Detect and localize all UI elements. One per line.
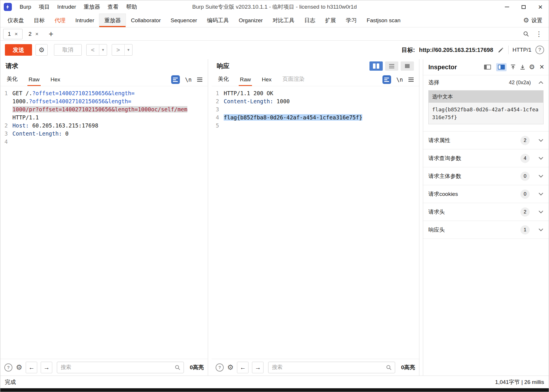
- forward-arrow-icon[interactable]: >: [112, 44, 125, 55]
- close-button[interactable]: ×: [532, 0, 549, 14]
- forward-history-button[interactable]: > ▼: [112, 44, 132, 56]
- section-query-params[interactable]: 请求查询参数 4: [423, 149, 549, 167]
- menu-project[interactable]: 项目: [35, 3, 53, 11]
- search-icon[interactable]: [523, 31, 529, 37]
- response-search-bar: ? ⚙ ← → 0高亮: [212, 359, 419, 376]
- tab-extensions[interactable]: 扩展: [320, 14, 341, 27]
- selected-text-value[interactable]: flag{b852fba8-0d26-42af-a454-1cfea316e75…: [429, 103, 543, 124]
- section-request-attributes[interactable]: 请求属性 2: [423, 131, 549, 149]
- rows-layout-button[interactable]: [385, 61, 398, 71]
- menu-repeater[interactable]: 重放器: [80, 3, 104, 11]
- tab-decoder[interactable]: 编码工具: [202, 14, 234, 27]
- line-content: HTTP/1.1 200 OK: [224, 89, 419, 97]
- chevron-down-icon: [538, 157, 544, 160]
- prettify-icon[interactable]: [171, 75, 180, 84]
- section-request-headers[interactable]: 请求头 2: [423, 203, 549, 221]
- close-tab-icon[interactable]: ×: [35, 31, 38, 37]
- back-arrow-icon[interactable]: <: [87, 44, 99, 55]
- tab-intruder[interactable]: Intruder: [70, 14, 99, 27]
- response-search-input[interactable]: [268, 362, 395, 373]
- repeater-tab-1[interactable]: 1 ×: [3, 29, 23, 39]
- tab-organizer[interactable]: Organizer: [234, 14, 268, 27]
- request-editor[interactable]: 1 GET /.?offset=140027102150656&length= …: [0, 86, 208, 359]
- tab-target[interactable]: 目标: [29, 14, 50, 27]
- back-dropdown-icon[interactable]: ▼: [99, 44, 107, 55]
- tab-raw[interactable]: Raw: [27, 76, 41, 86]
- panel-divider[interactable]: [208, 59, 212, 376]
- forward-dropdown-icon[interactable]: ▼: [125, 44, 132, 55]
- show-newlines-toggle[interactable]: \n: [396, 76, 403, 83]
- tab-hex[interactable]: Hex: [49, 76, 61, 86]
- close-tab-icon[interactable]: ×: [15, 31, 18, 37]
- maximize-button[interactable]: [515, 0, 532, 14]
- gear-icon: ⚙: [523, 17, 529, 24]
- send-settings-button[interactable]: ⚙: [36, 44, 48, 56]
- tab-collaborator[interactable]: Collaborator: [126, 14, 166, 27]
- repeater-tab-2[interactable]: 2 ×: [24, 29, 43, 39]
- tab-dashboard[interactable]: 仪表盘: [3, 14, 29, 27]
- cancel-button[interactable]: 取消: [54, 44, 82, 56]
- tab-pretty[interactable]: 美化: [217, 75, 230, 86]
- help-icon[interactable]: ?: [216, 363, 224, 372]
- help-icon[interactable]: ?: [535, 46, 544, 54]
- menu-burp[interactable]: Burp: [16, 4, 35, 10]
- gear-icon[interactable]: ⚙: [16, 364, 22, 371]
- next-match-button[interactable]: →: [41, 362, 52, 373]
- tab-raw[interactable]: Raw: [239, 76, 252, 86]
- tab-logger[interactable]: 日志: [299, 14, 320, 27]
- prev-match-button[interactable]: ←: [26, 362, 37, 373]
- menu-help[interactable]: 帮助: [122, 3, 141, 11]
- panel-divider[interactable]: [419, 59, 423, 376]
- send-button[interactable]: 发送: [5, 44, 32, 56]
- dock-left-button[interactable]: [482, 63, 493, 71]
- close-icon: ×: [538, 3, 542, 11]
- close-inspector-icon[interactable]: ×: [539, 63, 544, 71]
- response-editor[interactable]: 1 HTTP/1.1 200 OK 2 Content-Length: 1000…: [212, 86, 419, 359]
- hamburger-menu-icon[interactable]: [197, 77, 203, 82]
- tab-fastjson-scan[interactable]: Fastjson scan: [362, 14, 405, 27]
- edit-target-icon[interactable]: [497, 46, 504, 53]
- gear-icon[interactable]: ⚙: [227, 364, 234, 371]
- section-cookies[interactable]: 请求cookies 0: [423, 185, 549, 203]
- section-response-headers[interactable]: 响应头 1: [423, 221, 549, 239]
- hamburger-menu-icon[interactable]: [408, 77, 414, 82]
- add-tab-button[interactable]: +: [44, 30, 57, 38]
- expand-all-icon[interactable]: [520, 64, 526, 70]
- minimize-button[interactable]: [498, 0, 515, 14]
- tab-learn[interactable]: 学习: [341, 14, 362, 27]
- tab-comparer[interactable]: 对比工具: [268, 14, 299, 27]
- show-newlines-toggle[interactable]: \n: [185, 76, 192, 83]
- tab-repeater[interactable]: 重放器: [99, 14, 126, 27]
- section-body-params[interactable]: 请求主体参数 0: [423, 167, 549, 185]
- line-number: 1: [0, 89, 12, 121]
- line-content: [224, 121, 419, 130]
- menu-view[interactable]: 查看: [104, 3, 122, 11]
- response-title: 响应: [217, 62, 229, 70]
- next-match-button[interactable]: →: [252, 362, 264, 373]
- prettify-icon[interactable]: [382, 75, 391, 84]
- tab-pretty[interactable]: 美化: [5, 75, 19, 86]
- tab-proxy[interactable]: 代理: [50, 14, 70, 27]
- tab-hex[interactable]: Hex: [261, 76, 273, 86]
- kebab-menu-icon[interactable]: ⋮: [535, 31, 542, 37]
- selection-section-header[interactable]: 选择 42 (0x2a): [423, 75, 549, 90]
- prev-match-button[interactable]: ←: [237, 362, 249, 373]
- request-search-input[interactable]: [57, 362, 184, 373]
- collapse-all-icon[interactable]: [510, 64, 516, 70]
- tab-label: Intruder: [75, 17, 94, 24]
- tab-label: 日志: [304, 17, 315, 24]
- menu-intruder[interactable]: Intruder: [53, 4, 80, 10]
- columns-layout-button[interactable]: [369, 61, 383, 71]
- settings-button[interactable]: ⚙ 设置: [523, 14, 549, 27]
- burp-window: Burp 项目 Intruder 重放器 查看 帮助 Burp Suite专业版…: [0, 0, 549, 392]
- back-history-button[interactable]: < ▼: [86, 44, 107, 56]
- http-version[interactable]: HTTP/1: [513, 47, 531, 53]
- tab-render[interactable]: 页面渲染: [281, 75, 306, 86]
- gear-icon[interactable]: ⚙: [529, 64, 535, 70]
- help-icon[interactable]: ?: [4, 363, 12, 372]
- screen-edge-strip: [0, 388, 549, 392]
- dock-right-button[interactable]: [496, 63, 507, 71]
- inspector-header: Inspector ⚙ ×: [423, 59, 549, 75]
- tab-sequencer[interactable]: Sequencer: [166, 14, 202, 27]
- single-layout-button[interactable]: [401, 61, 414, 71]
